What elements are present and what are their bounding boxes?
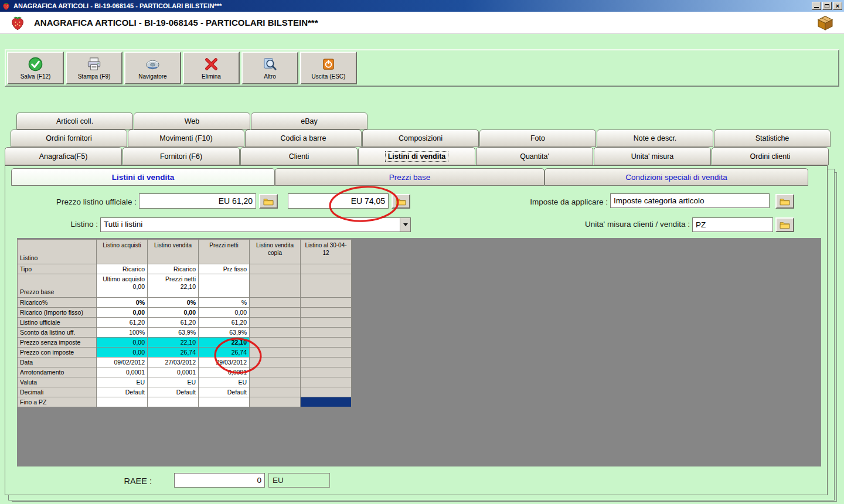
tab-note-e-descr[interactable]: Note e descr.	[597, 130, 713, 147]
table-cell[interactable]: 0,0001	[97, 367, 148, 377]
prezzo-listino-input-2[interactable]	[288, 193, 389, 209]
navigator-button[interactable]: Navigatore	[124, 52, 181, 84]
subtab-prezzi-base[interactable]: Prezzi base	[275, 168, 544, 186]
table-cell[interactable]: Default	[97, 387, 148, 397]
table-cell[interactable]: EU	[97, 377, 148, 387]
table-cell[interactable]: Prz fisso	[199, 264, 250, 274]
listino-dropdown[interactable]: Tutti i listini	[100, 217, 411, 232]
maximize-button[interactable]	[822, 2, 832, 10]
table-cell[interactable]: 0,0001	[199, 367, 250, 377]
table-cell[interactable]: 22,10	[148, 338, 199, 348]
unita-misura-lookup-button[interactable]	[775, 217, 794, 232]
table-cell[interactable]: 26,74	[148, 348, 199, 357]
tab-composizioni[interactable]: Composizioni	[362, 130, 479, 147]
save-button[interactable]: Salva (F12)	[7, 52, 64, 84]
table-cell[interactable]	[250, 328, 301, 338]
minimize-button[interactable]	[812, 2, 821, 10]
tab-articoli-coll[interactable]: Articoli coll.	[16, 113, 133, 130]
table-cell[interactable]: 0%	[97, 298, 148, 308]
tab-clienti[interactable]: Clienti	[240, 147, 358, 165]
table-cell[interactable]: 26,74	[199, 348, 250, 357]
tab-web[interactable]: Web	[134, 113, 250, 130]
table-cell[interactable]	[301, 298, 352, 308]
table-cell[interactable]	[301, 274, 352, 298]
table-cell[interactable]	[301, 357, 352, 367]
tab-statistiche[interactable]: Statistiche	[714, 130, 831, 147]
table-cell[interactable]	[250, 357, 301, 367]
table-cell[interactable]	[301, 328, 352, 338]
table-cell[interactable]: Default	[199, 387, 250, 397]
table-cell[interactable]: %	[199, 298, 250, 308]
column-header[interactable]: Listino acquisti	[97, 240, 148, 264]
subtab-condizioni-speciali[interactable]: Condizioni speciali di vendita	[544, 168, 808, 186]
table-cell[interactable]: Ultimo acquisto0,00	[97, 274, 148, 298]
table-cell[interactable]: 0,00	[97, 338, 148, 348]
table-cell[interactable]	[250, 377, 301, 387]
table-cell[interactable]: 63,9%	[199, 328, 250, 338]
table-cell[interactable]: 100%	[97, 328, 148, 338]
column-header[interactable]: Listino vendita	[148, 240, 199, 264]
table-cell[interactable]: Default	[148, 387, 199, 397]
table-cell[interactable]	[250, 348, 301, 357]
table-cell[interactable]: Prezzi netti22,10	[148, 274, 199, 298]
imposte-lookup-button[interactable]	[775, 194, 794, 209]
tab-foto[interactable]: Foto	[479, 130, 596, 147]
table-cell[interactable]	[148, 397, 199, 407]
exit-button[interactable]: Uscita (ESC)	[300, 52, 357, 84]
table-cell[interactable]: 61,20	[199, 318, 250, 328]
table-cell[interactable]: 29/03/2012	[199, 357, 250, 367]
table-cell[interactable]: Ricarico	[97, 264, 148, 274]
table-cell[interactable]	[199, 397, 250, 407]
table-cell[interactable]	[250, 318, 301, 328]
raee-input[interactable]	[174, 473, 265, 488]
table-cell[interactable]	[250, 298, 301, 308]
table-cell[interactable]	[250, 397, 301, 407]
more-button[interactable]: Altro	[241, 52, 298, 84]
tab-fornitori[interactable]: Fornitori (F6)	[122, 147, 240, 165]
table-cell[interactable]: 0,0001	[148, 367, 199, 377]
tab-movimenti[interactable]: Movimenti (F10)	[128, 130, 244, 147]
column-header[interactable]: Prezzi netti	[199, 240, 250, 264]
table-cell[interactable]: 63,9%	[148, 328, 199, 338]
table-cell[interactable]: EU	[199, 377, 250, 387]
tab-codici-a-barre[interactable]: Codici a barre	[245, 130, 362, 147]
table-cell[interactable]: 0,00	[97, 308, 148, 318]
print-button[interactable]: Stampa (F9)	[66, 52, 122, 84]
table-cell[interactable]: Ricarico	[148, 264, 199, 274]
table-cell[interactable]	[250, 387, 301, 397]
tab-listini-di-vendita[interactable]: Listini di vendita	[358, 147, 475, 165]
tab-anagrafica[interactable]: Anagrafica(F5)	[5, 147, 122, 165]
table-cell[interactable]: EU	[148, 377, 199, 387]
close-button[interactable]: ×	[833, 2, 842, 10]
tab-ordini-clienti[interactable]: Ordini clienti	[712, 147, 829, 165]
table-cell[interactable]	[250, 274, 301, 298]
table-cell[interactable]	[97, 397, 148, 407]
table-cell[interactable]	[250, 338, 301, 348]
tab-ebay[interactable]: eBay	[251, 113, 367, 130]
table-cell[interactable]	[301, 367, 352, 377]
table-cell[interactable]: 0,00	[199, 308, 250, 318]
delete-button[interactable]: Elimina	[183, 52, 240, 84]
table-cell[interactable]	[301, 397, 352, 407]
prezzo-2-lookup-button[interactable]	[392, 194, 410, 209]
table-cell[interactable]	[301, 387, 352, 397]
table-cell[interactable]	[301, 377, 352, 387]
table-cell[interactable]	[250, 264, 301, 274]
column-header[interactable]: Listino vendita copia	[250, 240, 301, 264]
imposte-input[interactable]	[610, 193, 770, 208]
table-cell[interactable]	[301, 264, 352, 274]
table-cell[interactable]	[301, 318, 352, 328]
table-cell[interactable]: 0,00	[148, 308, 199, 318]
column-header[interactable]: Listino al 30-04-12	[301, 240, 352, 264]
table-cell[interactable]: 0,00	[97, 348, 148, 357]
prezzo-1-lookup-button[interactable]	[259, 194, 278, 209]
tab-quantita[interactable]: Quantita'	[476, 147, 593, 165]
table-cell[interactable]: 61,20	[97, 318, 148, 328]
package-box-icon[interactable]	[816, 13, 835, 32]
table-cell[interactable]	[250, 367, 301, 377]
chevron-down-icon[interactable]	[400, 218, 410, 231]
table-cell[interactable]: 22,10	[199, 338, 250, 348]
table-cell[interactable]: 09/02/2012	[97, 357, 148, 367]
tab-ordini-fornitori[interactable]: Ordini fornitori	[11, 130, 127, 147]
prezzo-listino-input-1[interactable]	[139, 193, 256, 209]
